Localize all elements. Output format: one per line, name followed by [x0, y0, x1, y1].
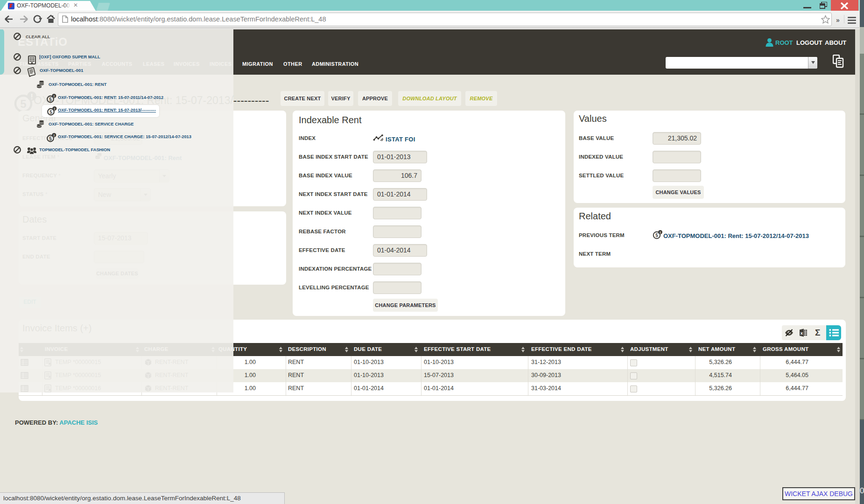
- svg-text:5: 5: [655, 233, 658, 238]
- svg-text:!: !: [53, 94, 55, 98]
- svg-text:!: !: [660, 231, 661, 235]
- svg-text:5: 5: [49, 110, 52, 115]
- svg-text:!: !: [54, 107, 55, 111]
- svg-text:5: 5: [49, 97, 52, 102]
- svg-text:x: x: [801, 330, 803, 336]
- svg-text:!: !: [53, 133, 55, 138]
- svg-text:5: 5: [49, 136, 52, 141]
